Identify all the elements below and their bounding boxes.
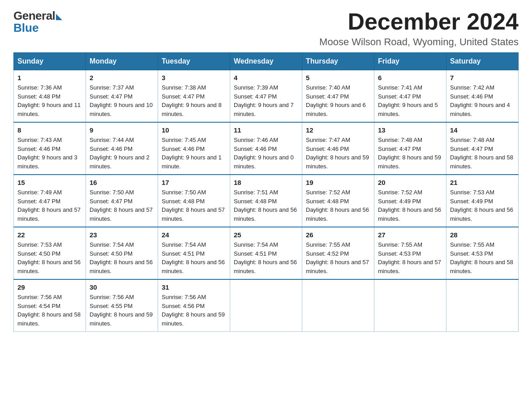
calendar-cell: 27Sunrise: 7:55 AMSunset: 4:53 PMDayligh…: [374, 227, 446, 279]
calendar-cell: 19Sunrise: 7:52 AMSunset: 4:48 PMDayligh…: [302, 175, 374, 227]
day-info: Sunrise: 7:53 AMSunset: 4:49 PMDaylight:…: [450, 189, 513, 222]
day-info: Sunrise: 7:55 AMSunset: 4:53 PMDaylight:…: [378, 241, 441, 274]
calendar-cell: 11Sunrise: 7:46 AMSunset: 4:46 PMDayligh…: [230, 122, 302, 175]
calendar-cell: 18Sunrise: 7:51 AMSunset: 4:48 PMDayligh…: [230, 175, 302, 227]
logo: General Blue: [13, 9, 62, 35]
calendar-cell: 28Sunrise: 7:55 AMSunset: 4:53 PMDayligh…: [446, 227, 519, 279]
day-info: Sunrise: 7:56 AMSunset: 4:55 PMDaylight:…: [90, 294, 153, 327]
day-info: Sunrise: 7:44 AMSunset: 4:46 PMDaylight:…: [90, 137, 150, 170]
day-info: Sunrise: 7:43 AMSunset: 4:46 PMDaylight:…: [17, 137, 77, 170]
calendar-cell: 25Sunrise: 7:54 AMSunset: 4:51 PMDayligh…: [230, 227, 302, 279]
calendar-cell: 22Sunrise: 7:53 AMSunset: 4:50 PMDayligh…: [14, 227, 86, 279]
day-number: 6: [378, 74, 442, 81]
calendar-header-wednesday: Wednesday: [230, 53, 302, 70]
calendar-header-sunday: Sunday: [14, 53, 86, 70]
calendar-week-1: 1Sunrise: 7:36 AMSunset: 4:48 PMDaylight…: [14, 70, 519, 123]
day-info: Sunrise: 7:49 AMSunset: 4:47 PMDaylight:…: [17, 189, 81, 222]
title-area: December 2024 Moose Wilson Road, Wyoming…: [319, 9, 519, 48]
calendar-cell: 13Sunrise: 7:48 AMSunset: 4:47 PMDayligh…: [374, 122, 446, 175]
calendar-cell: 15Sunrise: 7:49 AMSunset: 4:47 PMDayligh…: [14, 175, 86, 227]
day-number: 15: [17, 179, 82, 186]
day-number: 1: [17, 74, 82, 81]
calendar-cell: 30Sunrise: 7:56 AMSunset: 4:55 PMDayligh…: [86, 279, 158, 332]
calendar-cell: 6Sunrise: 7:41 AMSunset: 4:47 PMDaylight…: [374, 70, 446, 123]
calendar-cell: [230, 279, 302, 332]
calendar-header-monday: Monday: [86, 53, 158, 70]
day-number: 4: [234, 74, 298, 81]
day-info: Sunrise: 7:52 AMSunset: 4:48 PMDaylight:…: [306, 189, 369, 222]
day-number: 26: [306, 231, 370, 239]
day-number: 22: [17, 231, 82, 239]
calendar-header-tuesday: Tuesday: [158, 53, 230, 70]
day-number: 20: [378, 179, 442, 186]
day-number: 31: [162, 283, 226, 291]
calendar-cell: 16Sunrise: 7:50 AMSunset: 4:47 PMDayligh…: [86, 175, 158, 227]
location-title: Moose Wilson Road, Wyoming, United State…: [319, 36, 519, 48]
calendar-cell: 7Sunrise: 7:42 AMSunset: 4:46 PMDaylight…: [446, 70, 519, 123]
calendar-cell: 20Sunrise: 7:52 AMSunset: 4:49 PMDayligh…: [374, 175, 446, 227]
calendar-cell: [302, 279, 374, 332]
day-info: Sunrise: 7:48 AMSunset: 4:47 PMDaylight:…: [450, 137, 513, 170]
day-number: 9: [90, 126, 154, 134]
day-info: Sunrise: 7:46 AMSunset: 4:46 PMDaylight:…: [234, 137, 294, 170]
day-number: 7: [450, 74, 515, 81]
day-number: 3: [162, 74, 226, 81]
calendar-table: SundayMondayTuesdayWednesdayThursdayFrid…: [13, 52, 519, 332]
day-number: 13: [378, 126, 442, 134]
day-info: Sunrise: 7:53 AMSunset: 4:50 PMDaylight:…: [17, 241, 81, 274]
calendar-cell: 9Sunrise: 7:44 AMSunset: 4:46 PMDaylight…: [86, 122, 158, 175]
calendar-cell: 29Sunrise: 7:56 AMSunset: 4:54 PMDayligh…: [14, 279, 86, 332]
logo-triangle-icon: [56, 14, 62, 20]
day-number: 18: [234, 179, 298, 186]
day-info: Sunrise: 7:41 AMSunset: 4:47 PMDaylight:…: [378, 84, 438, 117]
calendar-cell: 10Sunrise: 7:45 AMSunset: 4:46 PMDayligh…: [158, 122, 230, 175]
day-info: Sunrise: 7:37 AMSunset: 4:47 PMDaylight:…: [90, 84, 153, 117]
day-info: Sunrise: 7:47 AMSunset: 4:46 PMDaylight:…: [306, 137, 369, 170]
day-info: Sunrise: 7:38 AMSunset: 4:47 PMDaylight:…: [162, 84, 222, 117]
header: General Blue December 2024 Moose Wilson …: [13, 9, 519, 48]
calendar-cell: 5Sunrise: 7:40 AMSunset: 4:47 PMDaylight…: [302, 70, 374, 123]
calendar-cell: 12Sunrise: 7:47 AMSunset: 4:46 PMDayligh…: [302, 122, 374, 175]
day-info: Sunrise: 7:45 AMSunset: 4:46 PMDaylight:…: [162, 137, 222, 170]
calendar-cell: 23Sunrise: 7:54 AMSunset: 4:50 PMDayligh…: [86, 227, 158, 279]
day-number: 5: [306, 74, 370, 81]
day-info: Sunrise: 7:56 AMSunset: 4:54 PMDaylight:…: [17, 294, 81, 327]
day-info: Sunrise: 7:51 AMSunset: 4:48 PMDaylight:…: [234, 189, 297, 222]
day-number: 2: [90, 74, 154, 81]
day-info: Sunrise: 7:54 AMSunset: 4:50 PMDaylight:…: [90, 241, 153, 274]
day-number: 24: [162, 231, 226, 239]
calendar-cell: 2Sunrise: 7:37 AMSunset: 4:47 PMDaylight…: [86, 70, 158, 123]
day-number: 16: [90, 179, 154, 186]
day-number: 23: [90, 231, 154, 239]
day-number: 11: [234, 126, 298, 134]
day-number: 27: [378, 231, 442, 239]
day-number: 12: [306, 126, 370, 134]
calendar-week-4: 22Sunrise: 7:53 AMSunset: 4:50 PMDayligh…: [14, 227, 519, 279]
calendar-cell: 31Sunrise: 7:56 AMSunset: 4:56 PMDayligh…: [158, 279, 230, 332]
calendar-week-3: 15Sunrise: 7:49 AMSunset: 4:47 PMDayligh…: [14, 175, 519, 227]
day-number: 17: [162, 179, 226, 186]
logo-blue-text: Blue: [13, 21, 39, 35]
day-info: Sunrise: 7:48 AMSunset: 4:47 PMDaylight:…: [378, 137, 441, 170]
day-number: 21: [450, 179, 515, 186]
day-number: 19: [306, 179, 370, 186]
calendar-cell: 26Sunrise: 7:55 AMSunset: 4:52 PMDayligh…: [302, 227, 374, 279]
calendar-header-row: SundayMondayTuesdayWednesdayThursdayFrid…: [14, 53, 519, 70]
day-info: Sunrise: 7:54 AMSunset: 4:51 PMDaylight:…: [234, 241, 297, 274]
day-info: Sunrise: 7:55 AMSunset: 4:53 PMDaylight:…: [450, 241, 513, 274]
calendar-cell: [374, 279, 446, 332]
day-info: Sunrise: 7:39 AMSunset: 4:47 PMDaylight:…: [234, 84, 294, 117]
calendar-cell: 1Sunrise: 7:36 AMSunset: 4:48 PMDaylight…: [14, 70, 86, 123]
calendar-week-5: 29Sunrise: 7:56 AMSunset: 4:54 PMDayligh…: [14, 279, 519, 332]
day-number: 10: [162, 126, 226, 134]
day-number: 29: [17, 283, 82, 291]
day-number: 25: [234, 231, 298, 239]
day-number: 30: [90, 283, 154, 291]
day-number: 8: [17, 126, 82, 134]
calendar-cell: 3Sunrise: 7:38 AMSunset: 4:47 PMDaylight…: [158, 70, 230, 123]
calendar-header-saturday: Saturday: [446, 53, 519, 70]
day-number: 14: [450, 126, 515, 134]
day-info: Sunrise: 7:36 AMSunset: 4:48 PMDaylight:…: [17, 84, 81, 117]
day-info: Sunrise: 7:42 AMSunset: 4:46 PMDaylight:…: [450, 84, 510, 117]
day-info: Sunrise: 7:52 AMSunset: 4:49 PMDaylight:…: [378, 189, 441, 222]
